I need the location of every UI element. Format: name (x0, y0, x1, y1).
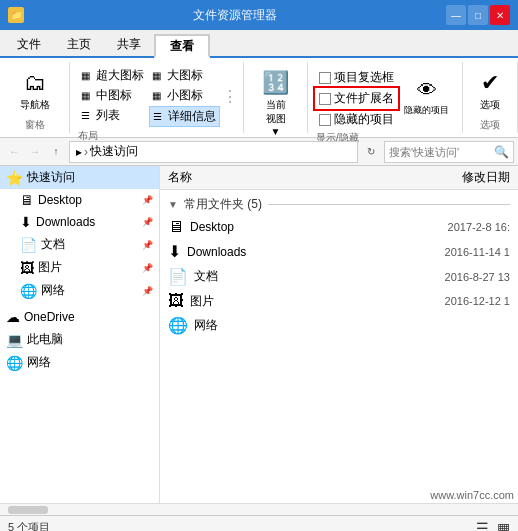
layout-option-list[interactable]: ☰ 列表 (78, 106, 147, 125)
sidebar-item-downloads[interactable]: ⬇ Downloads 📌 (0, 211, 159, 233)
section-title-common: 常用文件夹 (5) (184, 196, 262, 213)
sidebar-item-onedrive[interactable]: ☁ OneDrive (0, 306, 159, 328)
checkbox-hidden-items[interactable]: 隐藏的项目 (316, 110, 397, 129)
layout-option-medium[interactable]: ▦ 中图标 (78, 86, 147, 105)
back-button[interactable]: ← (4, 141, 24, 163)
path-label: 快速访问 (90, 143, 138, 160)
tab-home[interactable]: 主页 (54, 32, 104, 56)
up-button[interactable]: ↑ (46, 141, 66, 163)
hidden-items-button[interactable]: 👁 隐藏的项目 (399, 76, 454, 120)
close-button[interactable]: ✕ (490, 5, 510, 25)
layout-option-large[interactable]: ▦ 大图标 (149, 66, 220, 85)
network-file-icon: 🌐 (168, 316, 188, 335)
large-icon: ▦ (152, 70, 164, 81)
this-pc-icon: 💻 (6, 332, 23, 348)
checkbox-item-checkbox[interactable]: 项目复选框 (316, 68, 397, 87)
layout-scroll[interactable]: ⋮ (222, 66, 238, 127)
sidebar-item-label-onedrive: OneDrive (24, 310, 75, 324)
file-ext-label: 文件扩展名 (334, 90, 394, 107)
sidebar-item-documents[interactable]: 📄 文档 📌 (0, 233, 159, 256)
sidebar-item-network-pin[interactable]: 🌐 网络 📌 (0, 279, 159, 302)
select-all-icon: ✔ (481, 70, 499, 96)
item-checkbox-label: 项目复选框 (334, 69, 394, 86)
pin-icon-downloads: 📌 (142, 217, 153, 227)
file-section-common-folders: ▼ 常用文件夹 (5) (160, 190, 518, 215)
maximize-button[interactable]: □ (468, 5, 488, 25)
watermark: www.win7cc.com (426, 487, 518, 503)
sidebar-item-pictures[interactable]: 🖼 图片 📌 (0, 256, 159, 279)
sidebar: ⭐ 快速访问 🖥 Desktop 📌 ⬇ Downloads 📌 📄 文档 📌 … (0, 166, 160, 503)
tab-file[interactable]: 文件 (4, 32, 54, 56)
ribbon-section-select: ✔ 选项 选项 (463, 62, 518, 133)
nav-pane-button[interactable]: 🗂 导航格 (11, 66, 59, 116)
tab-view[interactable]: 查看 (154, 34, 210, 58)
sidebar-item-this-pc[interactable]: 💻 此电脑 (0, 328, 159, 351)
nav-arrows: ← → ↑ (4, 141, 66, 163)
title-bar-left: 📁 (8, 7, 24, 23)
pin-icon-documents: 📌 (142, 240, 153, 250)
hidden-items-icon: 👁 (417, 79, 437, 102)
main-area: ⭐ 快速访问 🖥 Desktop 📌 ⬇ Downloads 📌 📄 文档 📌 … (0, 166, 518, 503)
folder-icon: 📁 (8, 7, 24, 23)
file-name-pictures: 图片 (190, 293, 404, 310)
file-list-header: 名称 修改日期 (160, 166, 518, 190)
horizontal-scrollbar[interactable] (0, 503, 518, 515)
file-row-documents[interactable]: 📄 文档 2016-8-27 13 (160, 264, 518, 289)
sidebar-item-label-documents: 文档 (41, 236, 65, 253)
address-bar: ← → ↑ ▸ › 快速访问 ↻ 🔍 (0, 138, 518, 166)
sidebar-item-network[interactable]: 🌐 网络 (0, 351, 159, 374)
title-bar: 📁 文件资源管理器 — □ ✕ (0, 0, 518, 30)
layout-option-details[interactable]: ☰ 详细信息 (149, 106, 220, 127)
sidebar-item-quick-access[interactable]: ⭐ 快速访问 (0, 166, 159, 189)
layout-option-extra-large[interactable]: ▦ 超大图标 (78, 66, 147, 85)
search-input[interactable] (389, 146, 491, 158)
checkbox-file-ext[interactable]: 文件扩展名 (316, 89, 397, 108)
file-name-documents: 文档 (194, 268, 404, 285)
quick-access-icon: ⭐ (6, 170, 23, 186)
pictures-file-icon: 🖼 (168, 292, 184, 310)
sidebar-item-label-downloads: Downloads (36, 215, 95, 229)
section-label-panes: 窗格 (25, 116, 45, 132)
extra-large-icon: ▦ (81, 70, 93, 81)
item-checkbox-box (319, 72, 331, 84)
select-all-button[interactable]: ✔ 选项 (471, 66, 509, 116)
col-name-header[interactable]: 名称 (160, 166, 398, 189)
forward-button[interactable]: → (25, 141, 45, 163)
layout-options-col1: ▦ 超大图标 ▦ 中图标 ☰ 列表 (78, 66, 147, 127)
minimize-button[interactable]: — (446, 5, 466, 25)
file-row-downloads[interactable]: ⬇ Downloads 2016-11-14 1 (160, 239, 518, 264)
current-view-label: 当前 视图▼ (261, 98, 290, 137)
refresh-button[interactable]: ↻ (361, 141, 381, 163)
file-name-downloads: Downloads (187, 245, 404, 259)
pictures-sidebar-icon: 🖼 (20, 260, 34, 276)
title-bar-controls: — □ ✕ (446, 5, 510, 25)
title-bar-title: 文件资源管理器 (24, 7, 446, 24)
file-date-documents: 2016-8-27 13 (410, 271, 510, 283)
pin-icon-pictures: 📌 (142, 263, 153, 273)
layout-option-small[interactable]: ▦ 小图标 (149, 86, 220, 105)
view-toggle-list[interactable]: ☰ (476, 520, 489, 532)
tab-share[interactable]: 共享 (104, 32, 154, 56)
current-view-button[interactable]: 🔢 当前 视图▼ (252, 66, 299, 141)
col-date-header[interactable]: 修改日期 (398, 166, 518, 189)
downloads-sidebar-icon: ⬇ (20, 214, 32, 230)
file-date-pictures: 2016-12-12 1 (410, 295, 510, 307)
documents-sidebar-icon: 📄 (20, 237, 37, 253)
file-row-pictures[interactable]: 🖼 图片 2016-12-12 1 (160, 289, 518, 313)
sidebar-item-label-this-pc: 此电脑 (27, 331, 63, 348)
path-sep: › (84, 145, 88, 159)
file-date-downloads: 2016-11-14 1 (410, 246, 510, 258)
file-row-desktop[interactable]: 🖥 Desktop 2017-2-8 16: (160, 215, 518, 239)
medium-label: 中图标 (96, 87, 132, 104)
sidebar-item-desktop[interactable]: 🖥 Desktop 📌 (0, 189, 159, 211)
nav-pane-label: 导航格 (20, 98, 50, 112)
address-path[interactable]: ▸ › 快速访问 (69, 141, 358, 163)
file-row-network[interactable]: 🌐 网络 (160, 313, 518, 338)
documents-file-icon: 📄 (168, 267, 188, 286)
extra-large-label: 超大图标 (96, 67, 144, 84)
ribbon-section-panes: 🗂 导航格 窗格 (0, 62, 70, 133)
sidebar-item-label-network-pin: 网络 (41, 282, 65, 299)
view-toggle-large[interactable]: ▦ (497, 520, 510, 532)
list-icon: ☰ (81, 110, 93, 121)
details-icon: ☰ (153, 111, 165, 122)
